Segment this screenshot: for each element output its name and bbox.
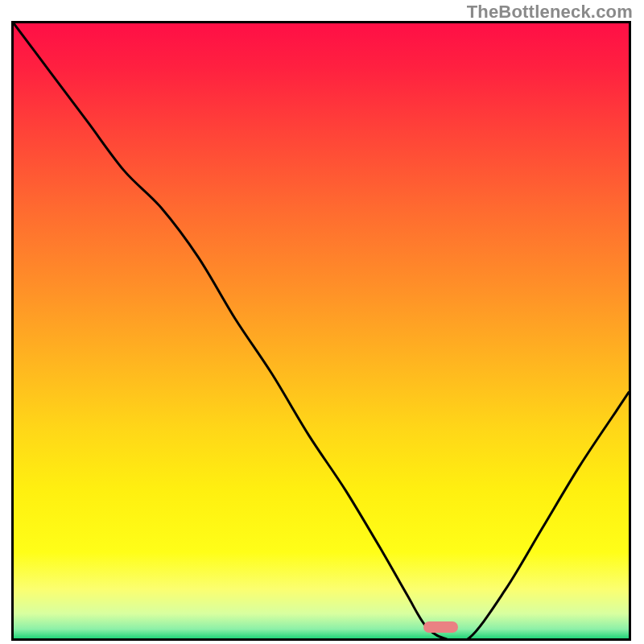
bottleneck-curve <box>14 23 629 638</box>
chart-frame <box>11 21 631 641</box>
optimal-marker <box>423 621 458 633</box>
curve-layer <box>14 23 629 638</box>
watermark-text: TheBottleneck.com <box>467 2 633 23</box>
